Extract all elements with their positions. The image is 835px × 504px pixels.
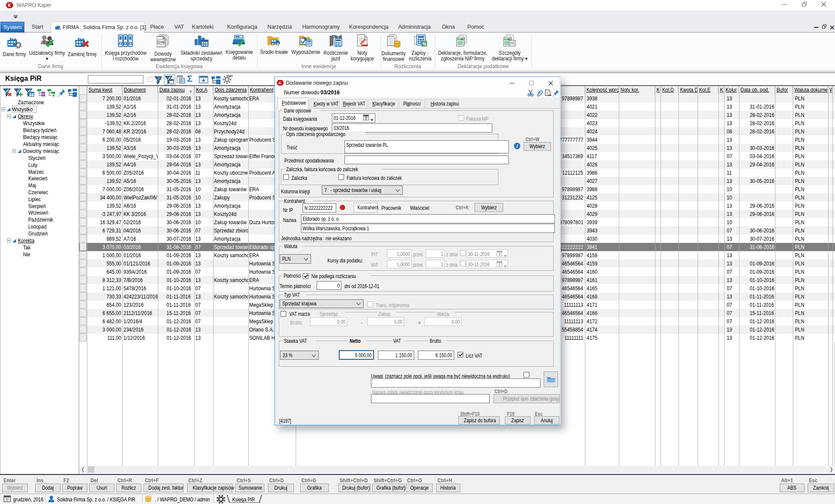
svg-text:DW: DW xyxy=(158,40,165,44)
svg-text:%: % xyxy=(422,42,426,46)
svg-text:K: K xyxy=(8,3,11,8)
svg-text:24d: 24d xyxy=(227,74,233,77)
svg-text:K: K xyxy=(279,80,282,85)
svg-text:PIT: PIT xyxy=(505,38,508,40)
svg-text:0.00: 0.00 xyxy=(240,36,244,38)
svg-text:PIT: PIT xyxy=(458,38,461,40)
